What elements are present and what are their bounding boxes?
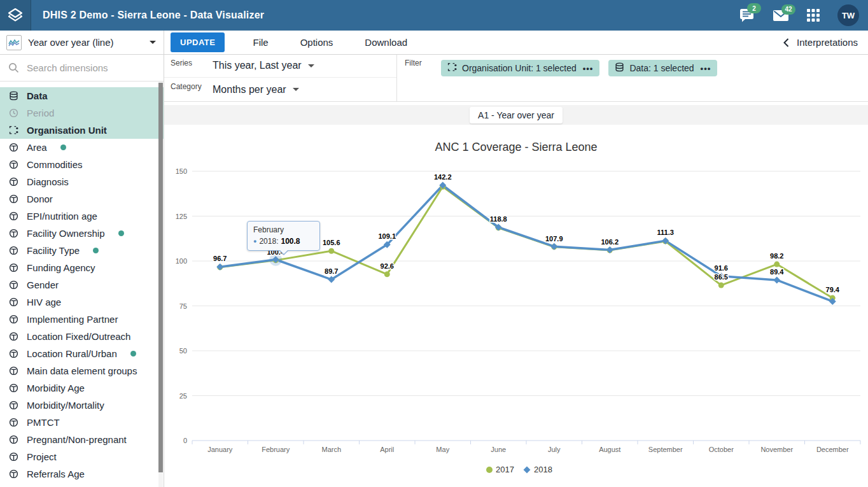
filter-label: Filter bbox=[405, 59, 422, 67]
sidebar-item-main-data-element-groups[interactable]: Main data element groups bbox=[0, 362, 164, 379]
yoy-line-chart: JanuaryFebruaryMarchAprilMayJuneJulyAugu… bbox=[164, 125, 868, 487]
apps-menu-button[interactable] bbox=[807, 9, 820, 22]
dimension-icon bbox=[9, 263, 18, 272]
legend-item-2018[interactable]: 2018 bbox=[524, 465, 552, 474]
data-point-2018-August[interactable] bbox=[606, 246, 613, 253]
sidebar-item-data[interactable]: Data bbox=[0, 87, 164, 104]
dimension-icon bbox=[9, 246, 18, 255]
sidebar-item-commodities[interactable]: Commodities bbox=[0, 156, 164, 173]
menu-download[interactable]: Download bbox=[361, 36, 411, 48]
sidebar-item-epi-nutrition-age[interactable]: EPI/nutrition age bbox=[0, 208, 164, 225]
category-selector[interactable]: Months per year bbox=[213, 84, 299, 95]
dimension-label: Project bbox=[27, 451, 57, 462]
sidebar-item-hiv-age[interactable]: HIV age bbox=[0, 293, 164, 311]
dimension-icon bbox=[9, 452, 18, 462]
sidebar-item-location-fixed-outreach[interactable]: Location Fixed/Outreach bbox=[0, 328, 164, 345]
sidebar-item-morbidity-age[interactable]: Morbidity Age bbox=[0, 379, 164, 397]
mail-button[interactable]: 42 bbox=[773, 10, 789, 22]
dimension-label: PMTCT bbox=[27, 417, 60, 428]
y-axis-label: 50 bbox=[179, 347, 187, 355]
mail-badge: 42 bbox=[781, 4, 795, 15]
sidebar-item-facility-type[interactable]: Facility Type bbox=[0, 242, 164, 259]
sidebar-item-morbidity-mortality[interactable]: Morbidity/Mortality bbox=[0, 397, 164, 414]
data-label-2017-December: 79.4 bbox=[826, 286, 840, 293]
dimension-label: Commodities bbox=[27, 159, 83, 170]
chevron-left-icon bbox=[783, 38, 789, 47]
category-label: Category bbox=[164, 78, 206, 91]
dimensions-sidebar: DataPeriodOrganisation UnitAreaCommoditi… bbox=[0, 54, 164, 487]
data-point-2018-November[interactable] bbox=[773, 276, 780, 283]
series-row: Series This year, Last year bbox=[164, 54, 396, 78]
sidebar-item-location-rural-urban[interactable]: Location Rural/Urban bbox=[0, 345, 164, 362]
messages-button[interactable]: 2 bbox=[739, 8, 755, 22]
legend-label: 2018 bbox=[534, 465, 552, 474]
sidebar-item-organisation-unit[interactable]: Organisation Unit bbox=[0, 122, 164, 139]
dimension-icon bbox=[9, 314, 18, 324]
category-row: Category Months per year bbox=[164, 78, 396, 101]
x-axis-label: July bbox=[548, 446, 561, 453]
sidebar-item-period[interactable]: Period bbox=[0, 104, 164, 122]
user-avatar[interactable]: TW bbox=[837, 4, 859, 26]
series-selector[interactable]: This year, Last year bbox=[213, 60, 314, 71]
dimension-label: Period bbox=[27, 108, 54, 118]
data-label-2018-October: 91.6 bbox=[715, 264, 728, 272]
top-app-bar: DHIS 2 Demo - Sierra Leone - Data Visual… bbox=[0, 0, 868, 31]
tooltip-series-label: 2018: bbox=[259, 237, 278, 246]
data-point-2017-October[interactable] bbox=[718, 283, 724, 288]
dimension-icon bbox=[9, 211, 18, 221]
dimension-label: Facility Type bbox=[27, 245, 80, 256]
active-file-tab[interactable]: A1 - Year over year bbox=[470, 107, 563, 124]
sidebar-item-funding-agency[interactable]: Funding Agency bbox=[0, 259, 164, 276]
menu-file[interactable]: File bbox=[249, 36, 272, 48]
sidebar-item-diagnosis[interactable]: Diagnosis bbox=[0, 173, 164, 190]
sidebar-scrollbar-thumb[interactable] bbox=[158, 83, 163, 472]
sidebar-item-pregnant-non-pregnant[interactable]: Pregnant/Non-pregnant bbox=[0, 431, 164, 448]
sidebar-item-gender[interactable]: Gender bbox=[0, 276, 164, 293]
dimension-label: EPI/nutrition age bbox=[27, 211, 97, 222]
dimension-label: Facility Ownership bbox=[27, 228, 105, 239]
y-axis-label: 125 bbox=[176, 213, 187, 220]
data-point-2017-November[interactable] bbox=[774, 262, 780, 267]
tooltip-series-bullet: ● bbox=[253, 238, 256, 244]
search-dimensions-input[interactable] bbox=[25, 62, 155, 74]
data-point-2018-July[interactable] bbox=[550, 243, 557, 250]
visualization-toolbar: Year over year (line) UPDATE File Option… bbox=[0, 31, 868, 55]
data-point-2017-April[interactable] bbox=[384, 271, 390, 277]
sidebar-item-facility-ownership[interactable]: Facility Ownership bbox=[0, 225, 164, 242]
sidebar-item-area[interactable]: Area bbox=[0, 139, 164, 156]
x-axis-label: May bbox=[436, 446, 449, 453]
interpretations-toggle[interactable]: Interpretations bbox=[783, 37, 868, 48]
data-point-2017-March[interactable] bbox=[328, 248, 334, 254]
more-options-icon[interactable]: ••• bbox=[701, 64, 711, 73]
dimension-icon bbox=[9, 418, 18, 427]
dimension-label: Implementing Partner bbox=[27, 314, 118, 325]
dimension-label: Referrals Age bbox=[27, 469, 85, 479]
sidebar-item-implementing-partner[interactable]: Implementing Partner bbox=[0, 311, 164, 328]
chart-type-selector[interactable]: Year over year (line) bbox=[0, 31, 164, 54]
in-use-indicator-dot bbox=[93, 248, 99, 253]
in-use-indicator-dot bbox=[118, 230, 124, 236]
more-options-icon[interactable]: ••• bbox=[583, 64, 594, 73]
update-button[interactable]: UPDATE bbox=[171, 32, 225, 52]
filter-chip-organisation-unit[interactable]: Organisation Unit: 1 selected ••• bbox=[441, 60, 599, 76]
sidebar-item-referrals-age[interactable]: Referrals Age bbox=[0, 465, 164, 483]
dimension-icon bbox=[9, 194, 18, 204]
interpretations-label: Interpretations bbox=[797, 37, 858, 48]
file-tab-strip: A1 - Year over year bbox=[164, 105, 868, 125]
org-unit-icon bbox=[9, 125, 18, 135]
legend-item-2017[interactable]: 2017 bbox=[486, 465, 514, 474]
dimension-icon bbox=[9, 332, 18, 341]
filter-chip-label: Organisation Unit: 1 selected bbox=[462, 63, 577, 73]
sidebar-item-donor[interactable]: Donor bbox=[0, 190, 164, 208]
sidebar-item-pmtct[interactable]: PMTCT bbox=[0, 414, 164, 431]
menu-options[interactable]: Options bbox=[297, 36, 337, 48]
dimension-icon bbox=[9, 297, 18, 307]
data-point-2018-January[interactable] bbox=[216, 264, 223, 271]
data-icon bbox=[615, 62, 624, 74]
sidebar-item-project[interactable]: Project bbox=[0, 448, 164, 465]
chevron-down-icon bbox=[293, 88, 299, 91]
dhis2-logo[interactable] bbox=[0, 0, 31, 31]
filter-chip-data[interactable]: Data: 1 selected ••• bbox=[608, 60, 717, 76]
data-label-2017-November: 98.2 bbox=[770, 252, 783, 260]
chart-title: ANC 1 Coverage - Sierra Leone bbox=[435, 141, 597, 153]
